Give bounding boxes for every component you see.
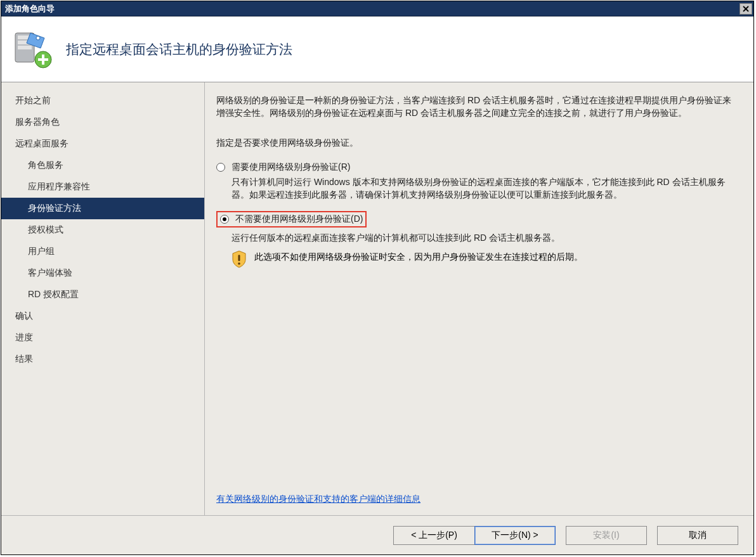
next-button[interactable]: 下一步(N) > (474, 526, 556, 545)
option-require-nla: 需要使用网络级别身份验证(R) 只有计算机同时运行 Windows 版本和支持网… (216, 162, 734, 202)
more-info-link[interactable]: 有关网络级别的身份验证和支持的客户端的详细信息 (216, 494, 420, 504)
warning-text: 此选项不如使用网络级身份验证时安全，因为用户身份验证发生在连接过程的后期。 (254, 250, 583, 264)
sidebar-item-rds[interactable]: 远程桌面服务 (1, 133, 204, 155)
shield-warning-icon (231, 250, 247, 268)
radio-not-require-nla[interactable]: 不需要使用网络级别身份验证(D) (220, 214, 363, 225)
sidebar-item-rd-license-config[interactable]: RD 授权配置 (1, 284, 204, 305)
option-not-require-nla: 不需要使用网络级别身份验证(D) 运行任何版本的远程桌面连接客户端的计算机都可以… (216, 211, 734, 268)
cancel-button[interactable]: 取消 (657, 526, 738, 545)
sidebar-item-server-roles[interactable]: 服务器角色 (1, 112, 204, 133)
link-area: 有关网络级别的身份验证和支持的客户端的详细信息 (216, 468, 734, 509)
sidebar-item-before-begin[interactable]: 开始之前 (1, 90, 204, 112)
option1-desc: 只有计算机同时运行 Windows 版本和支持网络级别身份验证的远程桌面连接的客… (231, 176, 733, 202)
sidebar-item-role-services[interactable]: 角色服务 (1, 155, 204, 176)
sidebar-item-user-groups[interactable]: 用户组 (1, 241, 204, 262)
window-title: 添加角色向导 (5, 3, 55, 15)
prompt-text: 指定是否要求使用网络级身份验证。 (216, 138, 734, 149)
close-icon (743, 6, 749, 12)
previous-button[interactable]: < 上一步(P) (393, 526, 474, 545)
install-button: 安装(I) (566, 526, 647, 545)
radio-label: 不需要使用网络级别身份验证(D) (235, 214, 363, 225)
wizard-icon (13, 29, 53, 70)
highlighted-option: 不需要使用网络级别身份验证(D) (216, 211, 367, 227)
sidebar-item-app-compat[interactable]: 应用程序兼容性 (1, 176, 204, 198)
header: 指定远程桌面会话主机的身份验证方法 (1, 16, 753, 82)
sidebar: 开始之前 服务器角色 远程桌面服务 角色服务 应用程序兼容性 身份验证方法 授权… (1, 82, 204, 515)
page-title: 指定远程桌面会话主机的身份验证方法 (66, 41, 292, 58)
sidebar-item-progress[interactable]: 进度 (1, 327, 204, 349)
nav-button-group: < 上一步(P) 下一步(N) > (393, 526, 556, 545)
content-pane: 网络级别的身份验证是一种新的身份验证方法，当客户端连接到 RD 会话主机服务器时… (204, 82, 753, 515)
svg-rect-11 (238, 255, 240, 261)
sidebar-item-confirm[interactable]: 确认 (1, 305, 204, 327)
radio-require-nla[interactable]: 需要使用网络级别身份验证(R) (216, 162, 734, 173)
footer: < 上一步(P) 下一步(N) > 安装(I) 取消 (1, 515, 753, 554)
sidebar-item-auth-method[interactable]: 身份验证方法 (1, 198, 204, 219)
radio-icon (216, 163, 225, 172)
radio-label: 需要使用网络级别身份验证(R) (231, 162, 350, 173)
radio-icon (220, 215, 229, 224)
body: 开始之前 服务器角色 远程桌面服务 角色服务 应用程序兼容性 身份验证方法 授权… (1, 82, 753, 515)
sidebar-item-results[interactable]: 结果 (1, 349, 204, 370)
sidebar-item-license-mode[interactable]: 授权模式 (1, 219, 204, 241)
svg-rect-10 (38, 58, 48, 61)
option2-desc: 运行任何版本的远程桌面连接客户端的计算机都可以连接到此 RD 会话主机服务器。 (231, 231, 733, 244)
sidebar-item-client-exp[interactable]: 客户端体验 (1, 262, 204, 284)
titlebar: 添加角色向导 (1, 1, 753, 16)
description-text: 网络级别的身份验证是一种新的身份验证方法，当客户端连接到 RD 会话主机服务器时… (216, 94, 734, 120)
wizard-window: 添加角色向导 指定远程桌面会话主机的身份验证方法 (1, 1, 754, 555)
svg-point-7 (36, 36, 40, 40)
svg-point-12 (238, 263, 240, 266)
svg-rect-5 (18, 46, 32, 49)
warning-row: 此选项不如使用网络级身份验证时安全，因为用户身份验证发生在连接过程的后期。 (231, 250, 734, 268)
close-button[interactable] (740, 3, 752, 15)
